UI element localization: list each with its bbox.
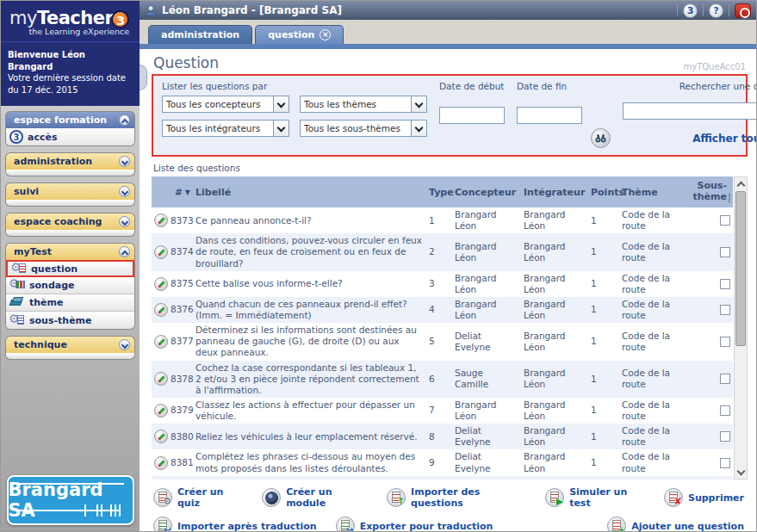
col-integrateur[interactable]: Intégrateur xyxy=(521,185,588,200)
question-concepteur: Deliat Evelyne xyxy=(452,449,521,475)
logo-prefix: my xyxy=(9,8,37,28)
chevron-circle-icon[interactable] xyxy=(119,246,130,257)
edit-pencil-icon[interactable] xyxy=(154,372,168,386)
sidebar-item-sondage[interactable]: ⚙sondage xyxy=(6,277,134,294)
section-label: administration xyxy=(14,156,92,167)
sidebar-section-administration[interactable]: administration xyxy=(5,152,135,170)
edit-pencil-icon[interactable] xyxy=(154,430,168,443)
question-concepteur: Brangard Léon xyxy=(452,398,521,424)
supprimer-button[interactable]: ✘Supprimer xyxy=(664,488,744,507)
chevron-circle-icon[interactable] xyxy=(119,156,130,167)
chevron-circle-icon[interactable] xyxy=(119,216,130,227)
chevron-circle-icon[interactable] xyxy=(119,114,130,126)
version-3-icon[interactable]: 3 xyxy=(683,3,698,18)
question-theme: Code de la route xyxy=(619,297,695,323)
date-start-input[interactable] xyxy=(439,107,505,124)
theme-dropdown[interactable]: Tous les thèmes xyxy=(300,96,427,113)
question-type: 9 xyxy=(426,455,452,470)
section-label: technique xyxy=(14,339,67,350)
tab-question[interactable]: question × xyxy=(255,25,344,44)
exporter-pour-traduction-button[interactable]: ↪Exporter pour traduction xyxy=(336,517,493,531)
question-theme: Code de la route xyxy=(619,207,695,233)
action-label: Importer après traduction xyxy=(177,521,317,532)
welcome-name: Bienvenue Léon Brangard xyxy=(8,49,133,72)
question-theme: Code de la route xyxy=(619,424,695,449)
scrollbar-thumb[interactable] xyxy=(735,191,746,346)
books-icon xyxy=(9,296,25,309)
page-title: Question xyxy=(153,54,219,71)
chevron-circle-icon[interactable] xyxy=(119,186,130,197)
question-integrateur: Brangard Léon xyxy=(521,271,588,297)
row-checkbox[interactable] xyxy=(720,305,730,315)
sidebar-section-suivi[interactable]: suivi xyxy=(5,182,135,200)
row-checkbox[interactable] xyxy=(720,405,730,416)
edit-pencil-icon[interactable] xyxy=(154,277,168,291)
edit-pencil-icon[interactable] xyxy=(154,335,168,349)
sidebar-menu: espace formation 3accès administration s… xyxy=(1,106,140,468)
creer-un-module-button[interactable]: Créer un module xyxy=(262,486,368,509)
row-checkbox[interactable] xyxy=(720,337,730,347)
sidebar-item-acces[interactable]: 3accès xyxy=(6,128,134,145)
creer-un-quiz-button[interactable]: ⚙Créer un quiz xyxy=(153,486,243,509)
scroll-up-icon[interactable] xyxy=(735,177,747,190)
chevron-down-icon xyxy=(411,96,426,112)
tab-strip: administration question × xyxy=(140,20,756,44)
row-checkbox[interactable] xyxy=(720,374,730,384)
date-end-input[interactable] xyxy=(517,107,582,124)
ajouter-une-question-button[interactable]: +Ajouter une question xyxy=(607,517,744,531)
tab-administration[interactable]: administration xyxy=(148,25,252,44)
sidebar-section-body xyxy=(5,353,135,360)
scroll-down-icon[interactable] xyxy=(735,466,747,479)
integrateur-dropdown[interactable]: Tous les intégrateurs xyxy=(162,120,289,137)
question-label: Cette balise vous informe-t-elle? xyxy=(193,276,426,291)
tab-close-icon[interactable]: × xyxy=(320,29,331,40)
concepteur-dropdown[interactable]: Tous les concepteurs xyxy=(162,96,289,113)
action-bar: ⚙Créer un quizCréer un module↑Importer d… xyxy=(152,479,748,531)
add-question-icon: + xyxy=(607,517,626,531)
logout-power-icon[interactable] xyxy=(735,3,751,18)
sidebar-section-mytest[interactable]: myTest xyxy=(5,243,135,260)
chevron-circle-icon[interactable] xyxy=(119,339,130,350)
sidebar-collapse-handle[interactable] xyxy=(140,65,147,90)
sidebar-section-technique[interactable]: technique xyxy=(5,336,135,353)
col-type[interactable]: Type xyxy=(426,185,452,200)
edit-pencil-icon[interactable] xyxy=(154,213,168,227)
col-libelle[interactable]: Libellé xyxy=(193,185,426,200)
question-theme: Code de la route xyxy=(619,449,695,475)
help-icon[interactable]: ? xyxy=(709,3,723,18)
table-scrollbar[interactable] xyxy=(734,176,748,479)
dropdown-value: Tous les intégrateurs xyxy=(166,123,260,133)
col-points[interactable]: Points xyxy=(588,185,619,200)
sidebar-section-espace-formation[interactable]: espace formation xyxy=(5,111,135,128)
edit-pencil-icon[interactable] xyxy=(154,245,168,259)
row-checkbox[interactable] xyxy=(720,431,730,442)
titlebar-separator xyxy=(677,4,678,16)
importer-des-questions-button[interactable]: ↑Importer des questions xyxy=(387,486,526,509)
edit-pencil-icon[interactable] xyxy=(154,456,168,470)
row-checkbox[interactable] xyxy=(720,215,730,226)
edit-pencil-icon[interactable] xyxy=(154,303,168,317)
question-concepteur: Deliat Evelyne xyxy=(452,329,521,355)
question-type: 1 xyxy=(426,213,452,228)
sidebar-section-espace-coaching[interactable]: espace coaching xyxy=(5,213,135,230)
sidebar-item-theme[interactable]: thème xyxy=(6,294,134,312)
search-question-input[interactable] xyxy=(623,102,756,120)
col-num[interactable]: #▼ xyxy=(152,185,193,200)
question-points: 1 xyxy=(588,372,619,387)
simuler-un-test-button[interactable]: ▶Simuler un test xyxy=(545,486,645,509)
export-translation-icon: ↪ xyxy=(336,517,355,531)
row-checkbox[interactable] xyxy=(720,279,730,289)
select-all-checkbox[interactable] xyxy=(729,193,730,203)
show-all-label[interactable]: Afficher tout xyxy=(692,133,756,145)
row-checkbox[interactable] xyxy=(720,247,730,257)
importer-apres-traduction-button[interactable]: ↩Importer après traduction xyxy=(153,517,317,531)
date-search-binoculars-icon[interactable] xyxy=(591,128,611,148)
edit-pencil-icon[interactable] xyxy=(154,404,168,418)
col-theme[interactable]: Thème xyxy=(619,185,695,200)
sidebar-item-question[interactable]: ⚙question xyxy=(6,260,134,277)
sidebar-item-sous-theme[interactable]: ⚙sous-thème xyxy=(6,312,134,329)
question-number: 8373 xyxy=(171,215,194,226)
sous-theme-dropdown[interactable]: Tous les sous-thèmes xyxy=(300,120,427,137)
col-concepteur[interactable]: Concepteur xyxy=(452,185,521,200)
row-checkbox[interactable] xyxy=(720,458,730,468)
